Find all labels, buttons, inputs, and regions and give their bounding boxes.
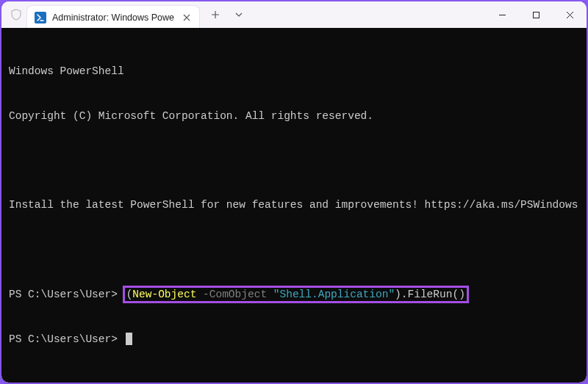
titlebar: Administrator: Windows Powe bbox=[1, 1, 587, 28]
shield-icon bbox=[10, 9, 22, 21]
svg-rect-0 bbox=[533, 12, 539, 18]
close-icon bbox=[566, 11, 574, 19]
blank-line bbox=[9, 153, 579, 168]
window-controls bbox=[485, 1, 587, 28]
token-paren: ) bbox=[395, 289, 401, 300]
token-method: .FileRun() bbox=[401, 289, 465, 300]
token-cmdlet: New-Object bbox=[132, 289, 196, 300]
tab-title: Administrator: Windows Powe bbox=[52, 12, 174, 23]
maximize-icon bbox=[532, 11, 540, 19]
output-line: Windows PowerShell bbox=[9, 64, 579, 79]
token-string: "Shell.Application" bbox=[273, 289, 395, 300]
highlighted-command: (New-Object -ComObject "Shell.Applicatio… bbox=[123, 286, 469, 303]
prompt: PS C:\Users\User> bbox=[9, 289, 124, 300]
output-line: Copyright (C) Microsoft Corporation. All… bbox=[9, 109, 579, 123]
terminal-body[interactable]: Windows PowerShell Copyright (C) Microso… bbox=[1, 28, 587, 383]
tab-dropdown-button[interactable] bbox=[228, 4, 250, 26]
command-line: PS C:\Users\User> (New-Object -ComObject… bbox=[9, 287, 579, 302]
command-line: PS C:\Users\User> bbox=[9, 332, 579, 347]
tab-controls bbox=[200, 1, 250, 28]
powershell-icon bbox=[35, 12, 46, 23]
close-icon bbox=[183, 14, 190, 21]
terminal-window: Administrator: Windows Powe bbox=[1, 1, 587, 383]
new-tab-button[interactable] bbox=[204, 4, 226, 26]
token-parameter: -ComObject bbox=[203, 289, 267, 300]
output-line: Install the latest PowerShell for new fe… bbox=[9, 198, 579, 212]
minimize-button[interactable] bbox=[485, 1, 519, 28]
cursor bbox=[126, 333, 132, 345]
token-space bbox=[267, 289, 273, 300]
prompt: PS C:\Users\User> bbox=[9, 333, 124, 345]
chevron-down-icon bbox=[235, 11, 243, 18]
maximize-button[interactable] bbox=[519, 1, 553, 28]
tab-close-button[interactable] bbox=[180, 11, 193, 24]
blank-line bbox=[9, 242, 579, 257]
app-menu-icon[interactable] bbox=[6, 1, 26, 28]
token-space bbox=[196, 289, 203, 300]
plus-icon bbox=[211, 10, 220, 19]
minimize-icon bbox=[498, 11, 506, 19]
window-close-button[interactable] bbox=[553, 1, 587, 28]
tab-active[interactable]: Administrator: Windows Powe bbox=[26, 5, 200, 29]
